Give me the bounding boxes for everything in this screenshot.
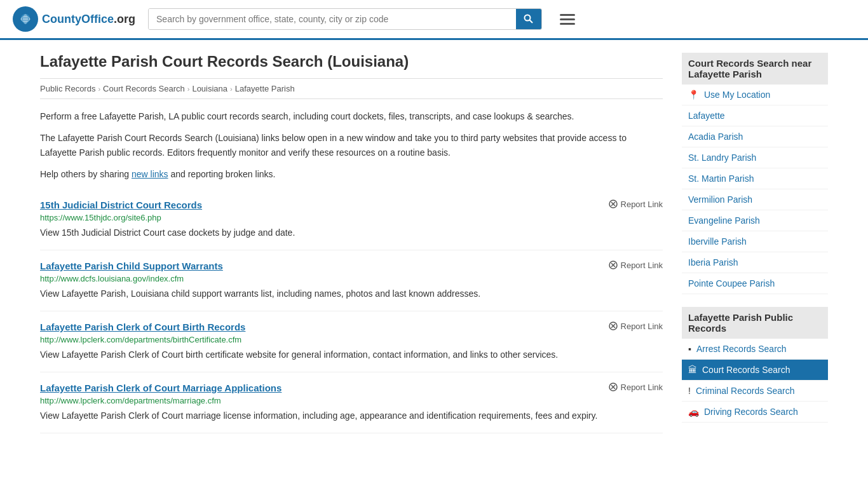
search-bar xyxy=(148,8,542,30)
records-icon: ! xyxy=(688,386,691,396)
nearby-link[interactable]: Vermilion Parish xyxy=(688,194,752,205)
records-sidebar-item[interactable]: 🚗Driving Records Search xyxy=(682,402,828,423)
nearby-link[interactable]: Iberia Parish xyxy=(688,257,738,268)
result-header: Lafayette Parish Child Support Warrants … xyxy=(40,261,663,271)
nearby-link[interactable]: St. Landry Parish xyxy=(688,152,756,163)
result-title[interactable]: Lafayette Parish Clerk of Court Birth Re… xyxy=(40,322,245,332)
result-description: View Lafayette Parish Clerk of Court bir… xyxy=(40,348,663,362)
nearby-link[interactable]: St. Martin Parish xyxy=(688,173,754,184)
result-url: http://www.dcfs.louisiana.gov/index.cfm xyxy=(40,274,663,283)
nearby-section-title: Court Records Search near Lafayette Pari… xyxy=(682,53,828,85)
page-title: Lafayette Parish Court Records Search (L… xyxy=(40,53,663,71)
nearby-section: Court Records Search near Lafayette Pari… xyxy=(682,53,828,294)
records-link[interactable]: Criminal Records Search xyxy=(696,386,795,396)
nearby-sidebar-item[interactable]: St. Martin Parish xyxy=(682,168,828,189)
nearby-link[interactable]: Lafayette xyxy=(688,111,725,121)
records-link[interactable]: Driving Records Search xyxy=(704,407,798,417)
report-link-button[interactable]: Report Link xyxy=(609,322,663,331)
search-button[interactable] xyxy=(516,9,541,29)
records-sidebar-item[interactable]: !Criminal Records Search xyxy=(682,381,828,402)
use-my-location-link[interactable]: Use My Location xyxy=(704,90,770,100)
records-items-container: ▪Arrest Records Search🏛Court Records Sea… xyxy=(682,339,828,423)
nearby-sidebar-item[interactable]: Evangeline Parish xyxy=(682,210,828,231)
nearby-link[interactable]: Iberville Parish xyxy=(688,236,747,247)
nearby-sidebar-item[interactable]: Lafayette xyxy=(682,105,828,126)
result-description: View Lafayette Parish Clerk of Court mar… xyxy=(40,409,663,423)
result-header: Lafayette Parish Clerk of Court Marriage… xyxy=(40,383,663,393)
records-icon: 🏛 xyxy=(688,365,697,375)
svg-point-3 xyxy=(525,15,531,21)
result-title[interactable]: Lafayette Parish Child Support Warrants xyxy=(40,261,223,271)
result-item: 15th Judicial District Court Records Rep… xyxy=(40,189,663,250)
hamburger-line xyxy=(560,14,575,16)
location-icon: 📍 xyxy=(688,90,699,100)
main-content: Lafayette Parish Court Records Search (L… xyxy=(40,53,663,435)
nearby-sidebar-item[interactable]: Pointe Coupee Parish xyxy=(682,273,828,294)
nearby-link[interactable]: Evangeline Parish xyxy=(688,215,760,226)
result-item: Lafayette Parish Child Support Warrants … xyxy=(40,250,663,311)
nearby-sidebar-item[interactable]: Iberville Parish xyxy=(682,231,828,252)
breadcrumb-link-public-records[interactable]: Public Records xyxy=(40,84,95,93)
result-title[interactable]: Lafayette Parish Clerk of Court Marriage… xyxy=(40,383,281,393)
result-description: View 15th Judicial District Court case d… xyxy=(40,226,663,240)
result-description: View Lafayette Parish, Louisiana child s… xyxy=(40,287,663,301)
description-1: Perform a free Lafayette Parish, LA publ… xyxy=(40,109,663,123)
records-sidebar-item[interactable]: ▪Arrest Records Search xyxy=(682,339,828,360)
result-url: https://www.15thjdc.org/site6.php xyxy=(40,213,663,222)
logo-link[interactable]: CountyOffice.org xyxy=(13,6,135,32)
records-link[interactable]: Court Records Search xyxy=(702,365,790,375)
report-link-button[interactable]: Report Link xyxy=(609,261,663,270)
report-link-button[interactable]: Report Link xyxy=(609,383,663,392)
report-icon xyxy=(609,383,618,391)
logo-text: CountyOffice.org xyxy=(42,13,135,26)
nearby-link[interactable]: Acadia Parish xyxy=(688,132,743,142)
nearby-sidebar-item[interactable]: Iberia Parish xyxy=(682,252,828,273)
description-2: The Lafayette Parish Court Records Searc… xyxy=(40,131,663,159)
report-icon xyxy=(609,200,618,208)
result-header: Lafayette Parish Clerk of Court Birth Re… xyxy=(40,322,663,332)
nearby-sidebar-item[interactable]: Vermilion Parish xyxy=(682,189,828,210)
nearby-sidebar-item[interactable]: St. Landry Parish xyxy=(682,147,828,168)
records-section: Lafayette Parish Public Records ▪Arrest … xyxy=(682,307,828,423)
header: CountyOffice.org xyxy=(0,0,868,40)
nearby-link[interactable]: Pointe Coupee Parish xyxy=(688,278,775,288)
breadcrumb-link-lafayette-parish[interactable]: Lafayette Parish xyxy=(235,84,295,93)
breadcrumb-sep: › xyxy=(187,85,190,93)
hamburger-button[interactable] xyxy=(555,11,580,27)
description-3: Help others by sharing new links and rep… xyxy=(40,167,663,181)
records-section-title: Lafayette Parish Public Records xyxy=(682,307,828,339)
logo-icon xyxy=(13,6,38,32)
result-header: 15th Judicial District Court Records Rep… xyxy=(40,200,663,210)
breadcrumb-sep: › xyxy=(98,85,100,93)
results-container: 15th Judicial District Court Records Rep… xyxy=(40,189,663,433)
report-icon xyxy=(609,322,618,330)
result-url: http://www.lpclerk.com/departments/marri… xyxy=(40,396,663,405)
page-container: Lafayette Parish Court Records Search (L… xyxy=(27,40,841,448)
records-sidebar-item[interactable]: 🏛Court Records Search xyxy=(682,360,828,381)
hamburger-line xyxy=(560,18,575,20)
hamburger-line xyxy=(560,23,575,25)
breadcrumb: Public Records › Court Records Search › … xyxy=(40,78,663,99)
result-item: Lafayette Parish Clerk of Court Birth Re… xyxy=(40,311,663,372)
use-my-location-item[interactable]: 📍 Use My Location xyxy=(682,85,828,105)
new-links-link[interactable]: new links xyxy=(132,169,168,179)
nearby-items-container: LafayetteAcadia ParishSt. Landry ParishS… xyxy=(682,105,828,294)
breadcrumb-sep: › xyxy=(230,85,233,93)
records-icon: ▪ xyxy=(688,344,691,354)
records-link[interactable]: Arrest Records Search xyxy=(696,344,787,354)
nearby-sidebar-item[interactable]: Acadia Parish xyxy=(682,126,828,147)
records-icon: 🚗 xyxy=(688,407,699,417)
report-link-button[interactable]: Report Link xyxy=(609,200,663,209)
result-item: Lafayette Parish Clerk of Court Marriage… xyxy=(40,372,663,433)
report-icon xyxy=(609,261,618,269)
breadcrumb-link-louisiana[interactable]: Louisiana xyxy=(192,84,227,93)
svg-line-4 xyxy=(530,20,533,24)
result-url: http://www.lpclerk.com/departments/birth… xyxy=(40,335,663,344)
search-input[interactable] xyxy=(149,9,516,29)
sidebar: Court Records Search near Lafayette Pari… xyxy=(682,53,828,435)
breadcrumb-link-court-records[interactable]: Court Records Search xyxy=(103,84,185,93)
result-title[interactable]: 15th Judicial District Court Records xyxy=(40,200,202,210)
